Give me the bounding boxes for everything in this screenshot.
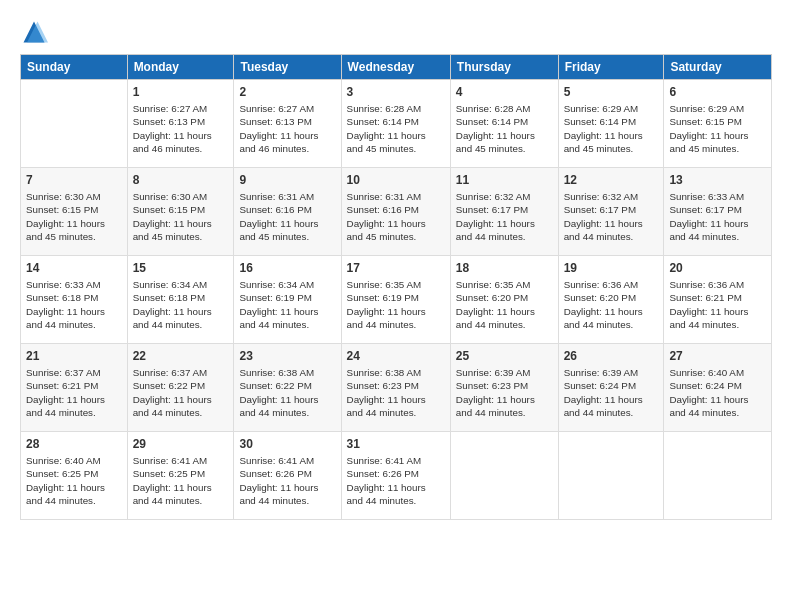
table-cell <box>558 432 664 520</box>
table-cell: 26Sunrise: 6:39 AM Sunset: 6:24 PM Dayli… <box>558 344 664 432</box>
day-info: Sunrise: 6:38 AM Sunset: 6:23 PM Dayligh… <box>347 366 445 419</box>
day-number: 6 <box>669 84 766 100</box>
header-thursday: Thursday <box>450 55 558 80</box>
day-number: 10 <box>347 172 445 188</box>
table-cell: 19Sunrise: 6:36 AM Sunset: 6:20 PM Dayli… <box>558 256 664 344</box>
day-number: 19 <box>564 260 659 276</box>
day-number: 5 <box>564 84 659 100</box>
logo-icon <box>20 18 48 46</box>
day-number: 9 <box>239 172 335 188</box>
day-info: Sunrise: 6:41 AM Sunset: 6:25 PM Dayligh… <box>133 454 229 507</box>
day-info: Sunrise: 6:32 AM Sunset: 6:17 PM Dayligh… <box>564 190 659 243</box>
table-cell: 24Sunrise: 6:38 AM Sunset: 6:23 PM Dayli… <box>341 344 450 432</box>
day-number: 29 <box>133 436 229 452</box>
day-number: 27 <box>669 348 766 364</box>
table-cell: 7Sunrise: 6:30 AM Sunset: 6:15 PM Daylig… <box>21 168 128 256</box>
day-info: Sunrise: 6:29 AM Sunset: 6:15 PM Dayligh… <box>669 102 766 155</box>
header-tuesday: Tuesday <box>234 55 341 80</box>
day-info: Sunrise: 6:27 AM Sunset: 6:13 PM Dayligh… <box>239 102 335 155</box>
table-cell <box>664 432 772 520</box>
day-info: Sunrise: 6:28 AM Sunset: 6:14 PM Dayligh… <box>347 102 445 155</box>
day-info: Sunrise: 6:34 AM Sunset: 6:19 PM Dayligh… <box>239 278 335 331</box>
day-number: 21 <box>26 348 122 364</box>
table-cell: 16Sunrise: 6:34 AM Sunset: 6:19 PM Dayli… <box>234 256 341 344</box>
header-sunday: Sunday <box>21 55 128 80</box>
day-number: 7 <box>26 172 122 188</box>
table-cell: 25Sunrise: 6:39 AM Sunset: 6:23 PM Dayli… <box>450 344 558 432</box>
day-info: Sunrise: 6:36 AM Sunset: 6:21 PM Dayligh… <box>669 278 766 331</box>
header-wednesday: Wednesday <box>341 55 450 80</box>
day-info: Sunrise: 6:38 AM Sunset: 6:22 PM Dayligh… <box>239 366 335 419</box>
day-info: Sunrise: 6:35 AM Sunset: 6:20 PM Dayligh… <box>456 278 553 331</box>
table-cell: 6Sunrise: 6:29 AM Sunset: 6:15 PM Daylig… <box>664 80 772 168</box>
day-info: Sunrise: 6:41 AM Sunset: 6:26 PM Dayligh… <box>239 454 335 507</box>
table-cell: 22Sunrise: 6:37 AM Sunset: 6:22 PM Dayli… <box>127 344 234 432</box>
day-number: 28 <box>26 436 122 452</box>
table-cell <box>21 80 128 168</box>
table-cell: 23Sunrise: 6:38 AM Sunset: 6:22 PM Dayli… <box>234 344 341 432</box>
calendar-header-row: Sunday Monday Tuesday Wednesday Thursday… <box>21 55 772 80</box>
calendar-table: Sunday Monday Tuesday Wednesday Thursday… <box>20 54 772 520</box>
table-cell: 29Sunrise: 6:41 AM Sunset: 6:25 PM Dayli… <box>127 432 234 520</box>
header <box>20 18 772 46</box>
table-cell: 8Sunrise: 6:30 AM Sunset: 6:15 PM Daylig… <box>127 168 234 256</box>
day-info: Sunrise: 6:27 AM Sunset: 6:13 PM Dayligh… <box>133 102 229 155</box>
table-cell: 11Sunrise: 6:32 AM Sunset: 6:17 PM Dayli… <box>450 168 558 256</box>
day-number: 3 <box>347 84 445 100</box>
table-cell: 20Sunrise: 6:36 AM Sunset: 6:21 PM Dayli… <box>664 256 772 344</box>
day-info: Sunrise: 6:32 AM Sunset: 6:17 PM Dayligh… <box>456 190 553 243</box>
day-info: Sunrise: 6:30 AM Sunset: 6:15 PM Dayligh… <box>26 190 122 243</box>
table-cell: 12Sunrise: 6:32 AM Sunset: 6:17 PM Dayli… <box>558 168 664 256</box>
day-number: 23 <box>239 348 335 364</box>
table-cell <box>450 432 558 520</box>
day-info: Sunrise: 6:41 AM Sunset: 6:26 PM Dayligh… <box>347 454 445 507</box>
header-monday: Monday <box>127 55 234 80</box>
day-info: Sunrise: 6:29 AM Sunset: 6:14 PM Dayligh… <box>564 102 659 155</box>
calendar-week-row: 21Sunrise: 6:37 AM Sunset: 6:21 PM Dayli… <box>21 344 772 432</box>
table-cell: 28Sunrise: 6:40 AM Sunset: 6:25 PM Dayli… <box>21 432 128 520</box>
day-info: Sunrise: 6:36 AM Sunset: 6:20 PM Dayligh… <box>564 278 659 331</box>
day-number: 15 <box>133 260 229 276</box>
table-cell: 10Sunrise: 6:31 AM Sunset: 6:16 PM Dayli… <box>341 168 450 256</box>
calendar-week-row: 14Sunrise: 6:33 AM Sunset: 6:18 PM Dayli… <box>21 256 772 344</box>
table-cell: 13Sunrise: 6:33 AM Sunset: 6:17 PM Dayli… <box>664 168 772 256</box>
day-info: Sunrise: 6:39 AM Sunset: 6:23 PM Dayligh… <box>456 366 553 419</box>
table-cell: 2Sunrise: 6:27 AM Sunset: 6:13 PM Daylig… <box>234 80 341 168</box>
table-cell: 18Sunrise: 6:35 AM Sunset: 6:20 PM Dayli… <box>450 256 558 344</box>
day-info: Sunrise: 6:40 AM Sunset: 6:25 PM Dayligh… <box>26 454 122 507</box>
day-info: Sunrise: 6:39 AM Sunset: 6:24 PM Dayligh… <box>564 366 659 419</box>
day-number: 16 <box>239 260 335 276</box>
table-cell: 9Sunrise: 6:31 AM Sunset: 6:16 PM Daylig… <box>234 168 341 256</box>
day-number: 13 <box>669 172 766 188</box>
day-info: Sunrise: 6:30 AM Sunset: 6:15 PM Dayligh… <box>133 190 229 243</box>
day-number: 18 <box>456 260 553 276</box>
table-cell: 17Sunrise: 6:35 AM Sunset: 6:19 PM Dayli… <box>341 256 450 344</box>
calendar-week-row: 28Sunrise: 6:40 AM Sunset: 6:25 PM Dayli… <box>21 432 772 520</box>
day-info: Sunrise: 6:31 AM Sunset: 6:16 PM Dayligh… <box>347 190 445 243</box>
day-number: 24 <box>347 348 445 364</box>
day-number: 11 <box>456 172 553 188</box>
day-info: Sunrise: 6:28 AM Sunset: 6:14 PM Dayligh… <box>456 102 553 155</box>
day-info: Sunrise: 6:33 AM Sunset: 6:18 PM Dayligh… <box>26 278 122 331</box>
day-number: 4 <box>456 84 553 100</box>
day-number: 20 <box>669 260 766 276</box>
day-info: Sunrise: 6:35 AM Sunset: 6:19 PM Dayligh… <box>347 278 445 331</box>
table-cell: 30Sunrise: 6:41 AM Sunset: 6:26 PM Dayli… <box>234 432 341 520</box>
day-info: Sunrise: 6:37 AM Sunset: 6:22 PM Dayligh… <box>133 366 229 419</box>
page: Sunday Monday Tuesday Wednesday Thursday… <box>0 0 792 612</box>
table-cell: 3Sunrise: 6:28 AM Sunset: 6:14 PM Daylig… <box>341 80 450 168</box>
day-number: 22 <box>133 348 229 364</box>
table-cell: 31Sunrise: 6:41 AM Sunset: 6:26 PM Dayli… <box>341 432 450 520</box>
day-number: 12 <box>564 172 659 188</box>
calendar-week-row: 7Sunrise: 6:30 AM Sunset: 6:15 PM Daylig… <box>21 168 772 256</box>
day-info: Sunrise: 6:37 AM Sunset: 6:21 PM Dayligh… <box>26 366 122 419</box>
day-number: 31 <box>347 436 445 452</box>
day-info: Sunrise: 6:33 AM Sunset: 6:17 PM Dayligh… <box>669 190 766 243</box>
table-cell: 21Sunrise: 6:37 AM Sunset: 6:21 PM Dayli… <box>21 344 128 432</box>
day-number: 1 <box>133 84 229 100</box>
day-info: Sunrise: 6:40 AM Sunset: 6:24 PM Dayligh… <box>669 366 766 419</box>
table-cell: 27Sunrise: 6:40 AM Sunset: 6:24 PM Dayli… <box>664 344 772 432</box>
day-number: 25 <box>456 348 553 364</box>
day-number: 30 <box>239 436 335 452</box>
day-number: 2 <box>239 84 335 100</box>
